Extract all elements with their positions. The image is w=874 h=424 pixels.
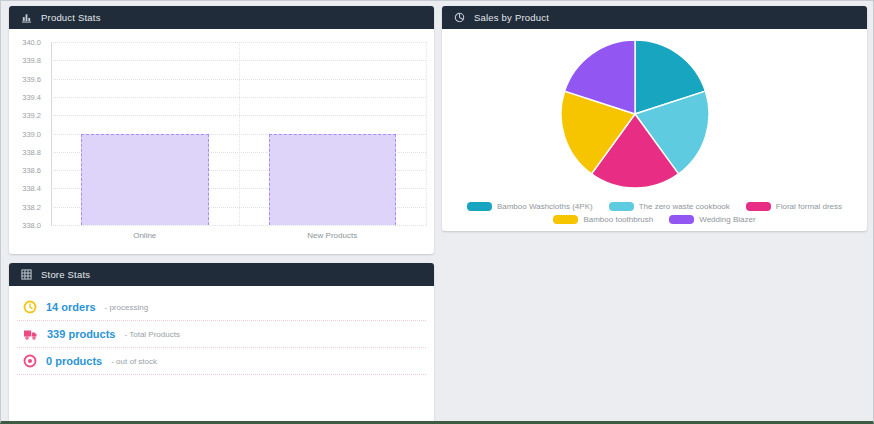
gridline — [239, 42, 240, 225]
pie-chart — [559, 38, 711, 194]
dashboard-page: Product Stats 340.0339.8339.6339.4339.23… — [0, 0, 874, 424]
y-tick-label: 338.8 — [22, 147, 41, 156]
pie-chart-icon — [454, 12, 465, 23]
legend-swatch — [553, 215, 578, 224]
bar[interactable] — [81, 134, 209, 226]
legend-swatch — [746, 202, 771, 211]
store-stat-label: - out of stock — [111, 357, 157, 366]
store-stats-title: Store Stats — [41, 269, 90, 280]
y-tick-label: 339.8 — [22, 56, 41, 65]
legend-item[interactable]: Bamboo toothbrush — [553, 215, 653, 224]
store-stat-value[interactable]: 339 products — [47, 328, 115, 340]
truck-icon — [23, 328, 38, 341]
sales-by-product-panel: Sales by Product Bamboo Washcloths (4PK)… — [442, 6, 867, 231]
store-stat-row: 339 products- Total Products — [17, 321, 426, 348]
table-icon — [21, 269, 32, 280]
bar[interactable] — [269, 134, 397, 226]
legend-item[interactable]: The zero waste cookbook — [609, 202, 730, 211]
store-stat-value[interactable]: 14 orders — [46, 301, 96, 313]
store-stat-value[interactable]: 0 products — [46, 355, 102, 367]
y-tick-label: 339.0 — [22, 129, 41, 138]
gridline — [426, 42, 427, 225]
product-stats-body: 340.0339.8339.6339.4339.2339.0338.8338.6… — [9, 29, 434, 254]
sales-by-product-title: Sales by Product — [474, 12, 549, 23]
legend-item[interactable]: Wedding Blazer — [669, 215, 755, 224]
legend-item[interactable]: Bamboo Washcloths (4PK) — [467, 202, 593, 211]
legend-label: Bamboo toothbrush — [583, 215, 653, 224]
bar-chart: 340.0339.8339.6339.4339.2339.0338.8338.6… — [9, 29, 434, 254]
x-tick-label: Online — [51, 231, 239, 240]
gridline — [51, 225, 426, 226]
store-stat-row: 14 orders- processing — [17, 294, 426, 321]
y-tick-label: 340.0 — [22, 38, 41, 47]
product-stats-title: Product Stats — [41, 12, 101, 23]
y-tick-label: 339.2 — [22, 111, 41, 120]
store-stats-header: Store Stats — [9, 263, 434, 286]
store-stat-label: - processing — [105, 303, 149, 312]
product-stats-header: Product Stats — [9, 6, 434, 29]
out-of-stock-icon — [23, 354, 37, 368]
bar-y-axis: 340.0339.8339.6339.4339.2339.0338.8338.6… — [9, 42, 45, 225]
legend-swatch — [609, 202, 634, 211]
y-tick-label: 338.6 — [22, 166, 41, 175]
legend-swatch — [467, 202, 492, 211]
legend-item[interactable]: Floral formal dress — [746, 202, 842, 211]
pie-legend: Bamboo Washcloths (4PK)The zero waste co… — [442, 202, 867, 224]
y-tick-label: 339.4 — [22, 92, 41, 101]
store-stat-label: - Total Products — [124, 330, 179, 339]
x-tick-label: New Products — [239, 231, 427, 240]
y-tick-label: 338.4 — [22, 184, 41, 193]
y-tick-label: 339.6 — [22, 74, 41, 83]
product-stats-panel: Product Stats 340.0339.8339.6339.4339.23… — [9, 6, 434, 254]
sales-by-product-body: Bamboo Washcloths (4PK)The zero waste co… — [442, 29, 867, 231]
legend-label: Floral formal dress — [776, 202, 842, 211]
legend-swatch — [669, 215, 694, 224]
legend-row: Bamboo Washcloths (4PK)The zero waste co… — [467, 202, 842, 211]
legend-label: Bamboo Washcloths (4PK) — [497, 202, 593, 211]
y-tick-label: 338.2 — [22, 202, 41, 211]
legend-label: The zero waste cookbook — [639, 202, 730, 211]
bar-x-axis: OnlineNew Products — [51, 228, 426, 242]
y-tick-label: 338.0 — [22, 221, 41, 230]
store-stats-body: 14 orders- processing339 products- Total… — [9, 286, 434, 421]
bar-chart-icon — [21, 12, 32, 23]
legend-label: Wedding Blazer — [699, 215, 755, 224]
store-rows: 14 orders- processing339 products- Total… — [17, 294, 426, 375]
bar-plot — [51, 42, 426, 225]
legend-row: Bamboo toothbrushWedding Blazer — [553, 215, 755, 224]
sales-by-product-header: Sales by Product — [442, 6, 867, 29]
store-stats-panel: Store Stats 14 orders- processing339 pro… — [9, 263, 434, 421]
store-stat-row: 0 products- out of stock — [17, 348, 426, 375]
clock-icon — [23, 300, 37, 314]
